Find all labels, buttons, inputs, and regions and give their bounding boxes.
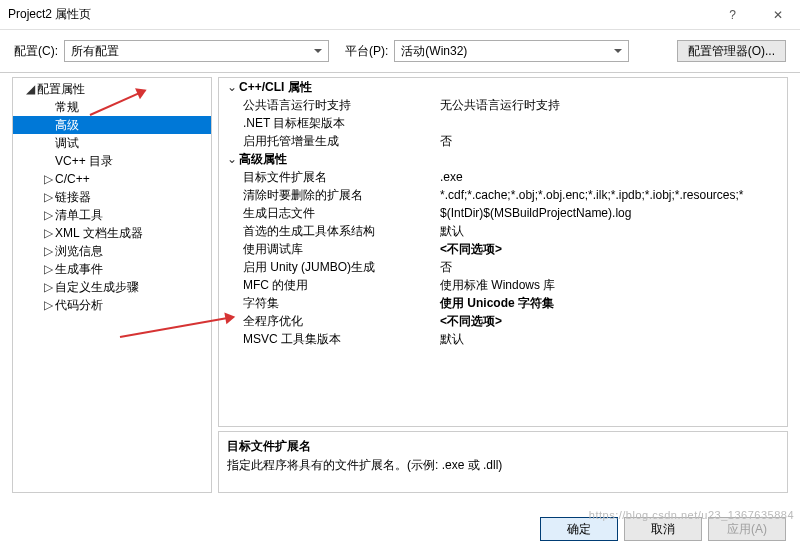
chevron-right-icon: ▷ <box>41 244 55 258</box>
sidebar-item-label: C/C++ <box>55 172 90 186</box>
chevron-right-icon: ▷ <box>41 208 55 222</box>
chevron-down-icon: ◢ <box>23 82 37 96</box>
sidebar-item-1[interactable]: 高级 <box>13 116 211 134</box>
property-value[interactable]: 默认 <box>434 223 787 240</box>
property-value[interactable]: 无公共语言运行时支持 <box>434 97 787 114</box>
main-area: ◢配置属性常规高级调试VC++ 目录▷C/C++▷链接器▷清单工具▷XML 文档… <box>0 72 800 497</box>
property-row[interactable]: 字符集使用 Unicode 字符集 <box>219 294 787 312</box>
property-key: MSVC 工具集版本 <box>219 331 434 348</box>
sidebar-item-5[interactable]: ▷链接器 <box>13 188 211 206</box>
tree-root[interactable]: ◢配置属性 <box>13 80 211 98</box>
property-key: MFC 的使用 <box>219 277 434 294</box>
property-value[interactable]: .exe <box>434 170 787 184</box>
sidebar-item-label: VC++ 目录 <box>55 153 113 170</box>
property-row[interactable]: MFC 的使用使用标准 Windows 库 <box>219 276 787 294</box>
chevron-right-icon: ▷ <box>41 226 55 240</box>
sidebar-item-10[interactable]: ▷自定义生成步骤 <box>13 278 211 296</box>
chevron-right-icon: ▷ <box>41 298 55 312</box>
sidebar-item-6[interactable]: ▷清单工具 <box>13 206 211 224</box>
property-value[interactable]: 使用 Unicode 字符集 <box>434 295 787 312</box>
property-row[interactable]: 目标文件扩展名.exe <box>219 168 787 186</box>
property-key: 首选的生成工具体系结构 <box>219 223 434 240</box>
property-row[interactable]: 全程序优化<不同选项> <box>219 312 787 330</box>
description-title: 目标文件扩展名 <box>227 438 779 455</box>
property-row[interactable]: 使用调试库<不同选项> <box>219 240 787 258</box>
property-row[interactable]: 首选的生成工具体系结构默认 <box>219 222 787 240</box>
property-row[interactable]: 启用 Unity (JUMBO)生成否 <box>219 258 787 276</box>
property-key: 全程序优化 <box>219 313 434 330</box>
sidebar-item-11[interactable]: ▷代码分析 <box>13 296 211 314</box>
sidebar-item-label: 生成事件 <box>55 261 103 278</box>
sidebar-item-label: XML 文档生成器 <box>55 225 143 242</box>
property-value[interactable]: 否 <box>434 133 787 150</box>
description-text: 指定此程序将具有的文件扩展名。(示例: .exe 或 .dll) <box>227 457 779 474</box>
chevron-right-icon: ▷ <box>41 172 55 186</box>
platform-label: 平台(P): <box>345 43 388 60</box>
sidebar-item-7[interactable]: ▷XML 文档生成器 <box>13 224 211 242</box>
property-value[interactable]: <不同选项> <box>434 241 787 258</box>
property-row[interactable]: 启用托管增量生成否 <box>219 132 787 150</box>
sidebar-item-label: 高级 <box>55 117 79 134</box>
property-row[interactable]: 清除时要删除的扩展名*.cdf;*.cache;*.obj;*.obj.enc;… <box>219 186 787 204</box>
property-row[interactable]: 生成日志文件$(IntDir)$(MSBuildProjectName).log <box>219 204 787 222</box>
property-key: 字符集 <box>219 295 434 312</box>
help-button[interactable]: ? <box>710 0 755 30</box>
chevron-down-icon: ⌄ <box>225 152 239 166</box>
sidebar-item-9[interactable]: ▷生成事件 <box>13 260 211 278</box>
sidebar-item-label: 自定义生成步骤 <box>55 279 139 296</box>
property-row[interactable]: MSVC 工具集版本默认 <box>219 330 787 348</box>
property-key: 公共语言运行时支持 <box>219 97 434 114</box>
config-row: 配置(C): 所有配置 平台(P): 活动(Win32) 配置管理器(O)... <box>0 30 800 72</box>
content: ⌄C++/CLI 属性公共语言运行时支持无公共语言运行时支持.NET 目标框架版… <box>218 77 788 493</box>
config-combo[interactable]: 所有配置 <box>64 40 329 62</box>
property-group-header[interactable]: ⌄C++/CLI 属性 <box>219 78 787 96</box>
sidebar-item-0[interactable]: 常规 <box>13 98 211 116</box>
sidebar-item-4[interactable]: ▷C/C++ <box>13 170 211 188</box>
watermark: https://blog.csdn.net/u23_1367635884 <box>589 509 794 521</box>
close-button[interactable]: ✕ <box>755 0 800 30</box>
property-value[interactable]: <不同选项> <box>434 313 787 330</box>
chevron-down-icon: ⌄ <box>225 80 239 94</box>
sidebar-item-label: 代码分析 <box>55 297 103 314</box>
sidebar-item-8[interactable]: ▷浏览信息 <box>13 242 211 260</box>
property-row[interactable]: 公共语言运行时支持无公共语言运行时支持 <box>219 96 787 114</box>
property-value[interactable]: 默认 <box>434 331 787 348</box>
property-row[interactable]: .NET 目标框架版本 <box>219 114 787 132</box>
sidebar: ◢配置属性常规高级调试VC++ 目录▷C/C++▷链接器▷清单工具▷XML 文档… <box>12 77 212 493</box>
config-label: 配置(C): <box>14 43 58 60</box>
property-group-header[interactable]: ⌄高级属性 <box>219 150 787 168</box>
chevron-right-icon: ▷ <box>41 262 55 276</box>
config-value: 所有配置 <box>71 43 119 60</box>
titlebar-buttons: ? ✕ <box>710 0 800 30</box>
sidebar-item-label: 清单工具 <box>55 207 103 224</box>
group-title: C++/CLI 属性 <box>239 79 312 96</box>
sidebar-item-label: 浏览信息 <box>55 243 103 260</box>
property-key: 使用调试库 <box>219 241 434 258</box>
config-manager-button[interactable]: 配置管理器(O)... <box>677 40 786 62</box>
property-grid: ⌄C++/CLI 属性公共语言运行时支持无公共语言运行时支持.NET 目标框架版… <box>218 77 788 427</box>
chevron-right-icon: ▷ <box>41 280 55 294</box>
tree-root-label: 配置属性 <box>37 81 85 98</box>
property-key: 清除时要删除的扩展名 <box>219 187 434 204</box>
platform-value: 活动(Win32) <box>401 43 467 60</box>
sidebar-item-3[interactable]: VC++ 目录 <box>13 152 211 170</box>
group-title: 高级属性 <box>239 151 287 168</box>
property-key: 生成日志文件 <box>219 205 434 222</box>
property-value[interactable]: 否 <box>434 259 787 276</box>
platform-combo[interactable]: 活动(Win32) <box>394 40 629 62</box>
sidebar-item-label: 调试 <box>55 135 79 152</box>
property-key: .NET 目标框架版本 <box>219 115 434 132</box>
chevron-right-icon: ▷ <box>41 190 55 204</box>
property-key: 启用 Unity (JUMBO)生成 <box>219 259 434 276</box>
property-value[interactable]: *.cdf;*.cache;*.obj;*.obj.enc;*.ilk;*.ip… <box>434 188 787 202</box>
sidebar-item-label: 常规 <box>55 99 79 116</box>
property-value[interactable]: $(IntDir)$(MSBuildProjectName).log <box>434 206 787 220</box>
property-key: 启用托管增量生成 <box>219 133 434 150</box>
property-tree: ◢配置属性常规高级调试VC++ 目录▷C/C++▷链接器▷清单工具▷XML 文档… <box>13 78 211 314</box>
property-key: 目标文件扩展名 <box>219 169 434 186</box>
property-value[interactable]: 使用标准 Windows 库 <box>434 277 787 294</box>
sidebar-item-label: 链接器 <box>55 189 91 206</box>
sidebar-item-2[interactable]: 调试 <box>13 134 211 152</box>
description-box: 目标文件扩展名 指定此程序将具有的文件扩展名。(示例: .exe 或 .dll) <box>218 431 788 493</box>
titlebar: Project2 属性页 ? ✕ <box>0 0 800 30</box>
